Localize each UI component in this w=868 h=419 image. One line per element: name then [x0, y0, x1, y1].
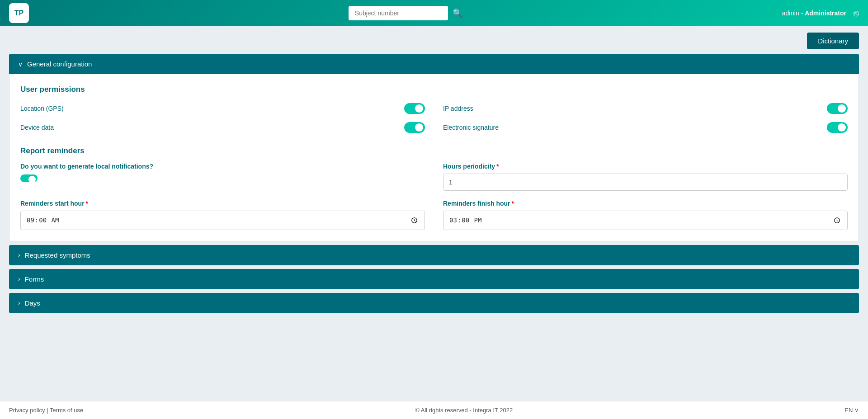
days-section: › Days	[9, 293, 859, 313]
reminders-start-area: Reminders start hour*	[20, 200, 425, 230]
general-config-header[interactable]: ∨ General configuration	[9, 54, 859, 74]
main-content: ∨ General configuration User permissions…	[0, 54, 868, 326]
perm-row-esig: Electronic signature	[443, 122, 848, 133]
footer-links[interactable]: Privacy policy | Terms of use	[9, 407, 83, 414]
reminders-finish-input[interactable]	[443, 211, 848, 230]
reminders-start-label: Reminders start hour*	[20, 200, 425, 207]
days-title: Days	[25, 299, 40, 307]
general-config-title: General configuration	[27, 60, 92, 68]
report-reminders-title: Report reminders	[20, 146, 848, 155]
app-header: TP 🔍 admin - Administrator ⎋	[0, 0, 868, 26]
toggle-location[interactable]	[404, 103, 425, 114]
app-logo: TP	[9, 3, 29, 23]
dictionary-button[interactable]: Dictionary	[807, 33, 859, 49]
reminders-finish-area: Reminders finish hour*	[443, 200, 848, 230]
hours-periodicity-input[interactable]	[443, 174, 848, 191]
header-user-area: admin - Administrator ⎋	[782, 8, 859, 19]
requested-symptoms-header[interactable]: › Requested symptoms	[9, 245, 859, 265]
user-permissions-section: User permissions Location (GPS) IP addre…	[20, 85, 848, 133]
chevron-right-icon-2: ›	[18, 299, 20, 306]
general-config-body: User permissions Location (GPS) IP addre…	[9, 74, 859, 241]
reminders-bottom-row: Reminders start hour* Reminders finish h…	[20, 200, 848, 230]
permissions-grid: Location (GPS) IP address	[20, 103, 848, 133]
search-input[interactable]	[349, 6, 448, 20]
perm-row-device: Device data	[20, 122, 425, 133]
perm-label-esig: Electronic signature	[443, 124, 499, 131]
toolbar: Dictionary	[0, 26, 868, 54]
chevron-right-icon-1: ›	[18, 275, 20, 282]
search-icon[interactable]: 🔍	[453, 8, 462, 18]
report-reminders-section: Report reminders Do you want to generate…	[20, 146, 848, 230]
days-header[interactable]: › Days	[9, 293, 859, 313]
toggle-ip[interactable]	[827, 103, 848, 114]
reminders-start-input[interactable]	[20, 211, 425, 230]
header-search-area: 🔍	[349, 6, 462, 20]
toggle-device[interactable]	[404, 122, 425, 133]
requested-symptoms-title: Requested symptoms	[25, 251, 90, 259]
perm-label-ip: IP address	[443, 105, 473, 112]
perm-row-location: Location (GPS)	[20, 103, 425, 114]
reminders-hours-area: Hours periodicity*	[443, 163, 848, 191]
footer-copyright: © All rights reserved - Integra IT 2022	[415, 407, 513, 414]
hours-periodicity-label: Hours periodicity*	[443, 163, 848, 170]
general-config-section: ∨ General configuration User permissions…	[9, 54, 859, 241]
forms-title: Forms	[25, 275, 44, 283]
reminders-top-row: Do you want to generate local notificati…	[20, 163, 848, 191]
logout-icon[interactable]: ⎋	[854, 8, 859, 19]
perm-row-ip: IP address	[443, 103, 848, 114]
app-footer: Privacy policy | Terms of use © All righ…	[0, 401, 868, 419]
user-label: admin - Administrator	[782, 9, 846, 17]
reminders-notif-area: Do you want to generate local notificati…	[20, 163, 425, 183]
chevron-right-icon-0: ›	[18, 251, 20, 259]
notif-question-label: Do you want to generate local notificati…	[20, 163, 425, 170]
perm-label-location: Location (GPS)	[20, 105, 64, 112]
chevron-down-icon: ∨	[18, 61, 23, 68]
reminders-finish-label: Reminders finish hour*	[443, 200, 848, 207]
user-permissions-title: User permissions	[20, 85, 848, 94]
requested-symptoms-section: › Requested symptoms	[9, 245, 859, 265]
toggle-esig[interactable]	[827, 122, 848, 133]
forms-header[interactable]: › Forms	[9, 269, 859, 289]
perm-label-device: Device data	[20, 124, 54, 131]
forms-section: › Forms	[9, 269, 859, 289]
footer-language[interactable]: EN ∨	[844, 407, 859, 414]
